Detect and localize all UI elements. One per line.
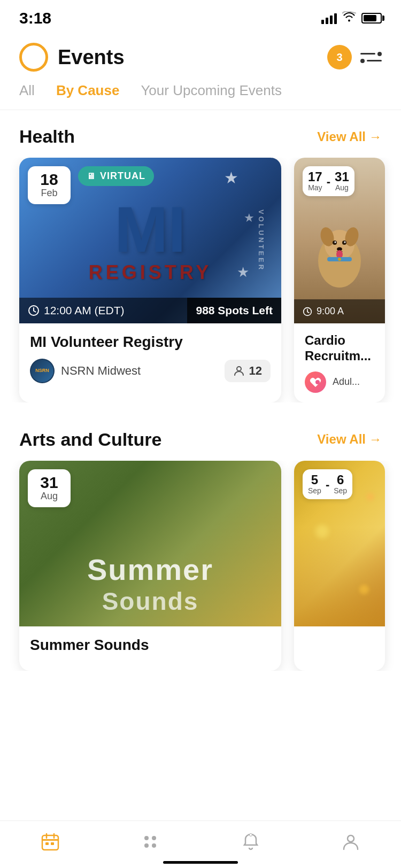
mi-registry-card-body: MI Volunteer Registry NSRN NSRN Midwest xyxy=(19,323,281,393)
summer-sounds-image: Summer Sounds 31 Aug xyxy=(19,461,281,626)
virtual-badge: 🖥 VIRTUAL xyxy=(78,166,154,186)
nav-grid[interactable] xyxy=(140,832,160,852)
wifi-icon xyxy=(342,11,356,25)
header: Events 3 xyxy=(0,32,401,82)
page-title: Events xyxy=(58,46,125,69)
cardiology-card[interactable]: 17 May - 31 Aug xyxy=(294,158,385,402)
svg-point-25 xyxy=(152,843,156,848)
summer-sounds-title: Summer Sounds xyxy=(30,636,271,654)
tab-by-cause[interactable]: By Cause xyxy=(56,82,120,101)
app-logo xyxy=(19,43,48,72)
svg-point-15 xyxy=(315,380,320,384)
cardiology-card-body: CardioRecruitm... Adul... xyxy=(294,323,385,402)
svg-point-24 xyxy=(144,843,149,848)
svg-point-26 xyxy=(249,834,252,836)
cardiology-time: 9:00 A xyxy=(294,299,352,323)
festival-image: 5 Sep - 6 Sep xyxy=(294,461,385,626)
cardiology-date-badge: 17 May - 31 Aug xyxy=(303,166,354,196)
cardiology-title: CardioRecruitm... xyxy=(305,333,374,364)
mi-registry-time-overlay: 12:00 AM (EDT) 988 Spots Left xyxy=(19,298,281,323)
signal-bar-2 xyxy=(326,18,328,24)
mi-registry-card[interactable]: VOLUNTEER MI REGISTRY ★ ★ ★ 18 xyxy=(19,158,281,402)
health-section: Health View All → VOLUNTEER MI REGISTRY xyxy=(0,126,401,402)
signal-bar-4 xyxy=(334,13,337,24)
health-section-title: Health xyxy=(19,126,75,147)
attendees-count: 12 xyxy=(225,360,271,382)
svg-point-8 xyxy=(335,242,336,243)
cardiology-org: Adul... xyxy=(305,371,374,393)
signal-bar-3 xyxy=(330,15,333,24)
org-info: NSRN NSRN Midwest xyxy=(30,359,141,383)
status-bar: 3:18 xyxy=(0,0,401,32)
mi-registry-title: MI Volunteer Registry xyxy=(30,333,271,351)
svg-point-23 xyxy=(152,836,156,840)
mi-registry-date-badge: 18 Feb xyxy=(28,166,71,204)
battery-fill xyxy=(364,15,376,21)
health-section-header: Health View All → xyxy=(0,126,401,147)
svg-rect-16 xyxy=(42,835,58,850)
cardiology-time-overlay: 9:00 A xyxy=(294,299,385,323)
grid-icon xyxy=(140,832,160,852)
filter-line-1 xyxy=(360,52,382,56)
tab-all[interactable]: All xyxy=(19,82,35,101)
person-icon xyxy=(233,365,245,377)
org-avatar: NSRN xyxy=(30,359,55,383)
signal-bar-1 xyxy=(321,20,324,24)
spots-left-badge: 988 Spots Left xyxy=(187,298,281,323)
arts-view-all-arrow-icon: → xyxy=(369,432,382,447)
battery-icon xyxy=(361,13,382,24)
calendar-icon xyxy=(40,832,60,852)
home-indicator xyxy=(163,861,238,864)
tabs: All By Cause Your Upcoming Events xyxy=(0,82,401,110)
bell-icon xyxy=(241,832,261,852)
signal-bars-icon xyxy=(321,12,337,24)
cardiology-card-image: 17 May - 31 Aug xyxy=(294,158,385,323)
svg-point-22 xyxy=(144,836,149,840)
health-view-all-button[interactable]: View All → xyxy=(317,129,382,144)
nav-events[interactable] xyxy=(40,832,60,852)
arts-cards-scroll: Summer Sounds 31 Aug Summer Sounds xyxy=(0,461,401,671)
svg-point-9 xyxy=(344,242,346,243)
notification-badge[interactable]: 3 xyxy=(327,45,352,69)
svg-point-13 xyxy=(338,258,341,261)
health-cards-scroll: VOLUNTEER MI REGISTRY ★ ★ ★ 18 xyxy=(0,158,401,402)
festival-card[interactable]: 5 Sep - 6 Sep xyxy=(294,461,385,671)
dog-illustration xyxy=(305,207,374,293)
festival-date-badge: 5 Sep - 6 Sep xyxy=(303,469,352,499)
arts-view-all-button[interactable]: View All → xyxy=(317,432,382,447)
header-left: Events xyxy=(19,43,125,72)
svg-rect-17 xyxy=(42,839,58,841)
header-right: 3 xyxy=(327,45,382,69)
svg-point-27 xyxy=(348,835,354,842)
arts-section-header: Arts and Culture View All → xyxy=(0,429,401,450)
arts-section-title: Arts and Culture xyxy=(19,429,161,450)
heart-icon xyxy=(309,376,322,389)
page-content: Health View All → VOLUNTEER MI REGISTRY xyxy=(0,126,401,767)
nav-notifications[interactable] xyxy=(241,832,261,852)
svg-rect-21 xyxy=(51,842,54,845)
org-name: NSRN Midwest xyxy=(61,364,141,378)
mi-registry-org-row: NSRN NSRN Midwest 12 xyxy=(30,359,271,383)
status-icons xyxy=(321,11,382,25)
status-time: 3:18 xyxy=(19,9,51,27)
summer-sounds-card[interactable]: Summer Sounds 31 Aug Summer Sounds xyxy=(19,461,281,671)
health-view-all-arrow-icon: → xyxy=(369,129,382,144)
event-time: 12:00 AM (EDT) xyxy=(19,298,133,323)
nav-profile[interactable] xyxy=(341,832,361,852)
summer-sounds-card-body: Summer Sounds xyxy=(19,626,281,671)
filter-line-2 xyxy=(360,59,382,63)
mi-registry-card-image: VOLUNTEER MI REGISTRY ★ ★ ★ 18 xyxy=(19,158,281,323)
clock-icon-2 xyxy=(303,307,312,316)
svg-rect-20 xyxy=(45,842,49,845)
cardiology-org-avatar xyxy=(305,371,326,393)
svg-point-1 xyxy=(237,367,241,371)
cardiology-org-name: Adul... xyxy=(333,376,360,387)
profile-icon xyxy=(341,832,361,852)
clock-icon xyxy=(28,305,40,316)
tab-upcoming[interactable]: Your Upcoming Events xyxy=(141,82,282,101)
filter-button[interactable] xyxy=(360,52,382,63)
arts-culture-section: Arts and Culture View All → Summer Sound… xyxy=(0,429,401,671)
monitor-icon: 🖥 xyxy=(87,172,96,181)
summer-sounds-date-badge: 31 Aug xyxy=(28,469,71,507)
